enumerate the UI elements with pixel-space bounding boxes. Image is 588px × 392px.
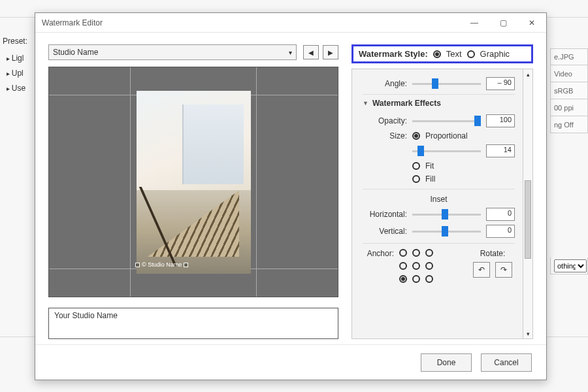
horizontal-value[interactable]: 0 <box>486 208 515 221</box>
size-slider[interactable] <box>412 145 481 157</box>
size-fit-label: Fit <box>425 161 434 171</box>
opacity-value[interactable]: 100 <box>486 114 515 127</box>
dialog-title: Watermark Editor <box>42 18 103 27</box>
watermark-sample[interactable]: © Studio Name <box>135 261 188 268</box>
rotate-right-button[interactable]: ↷ <box>495 262 512 278</box>
style-graphic-radio[interactable] <box>467 50 475 58</box>
example-row: ng Off <box>550 116 588 133</box>
watermark-text-input[interactable]: Your Studio Name <box>48 308 338 339</box>
anchor-cell-3[interactable] <box>399 262 407 270</box>
size-proportional-radio[interactable] <box>412 132 420 140</box>
size-proportional-label: Proportional <box>425 131 468 140</box>
angle-slider[interactable] <box>412 78 481 90</box>
vertical-slider[interactable] <box>412 225 481 237</box>
watermark-handle-icon[interactable] <box>135 263 140 267</box>
size-fill-label: Fill <box>425 174 435 184</box>
effects-header[interactable]: ▼ Watermark Effects <box>363 94 515 110</box>
opacity-label: Opacity: <box>363 116 407 125</box>
style-label: Watermark Style: <box>359 49 428 59</box>
anchor-cell-6[interactable] <box>399 275 407 283</box>
example-row: Video <box>550 65 588 82</box>
example-row: 00 ppi <box>550 99 588 116</box>
style-graphic-label: Graphic <box>480 49 510 59</box>
tree-item[interactable]: Use <box>7 81 25 96</box>
anchor-grid[interactable] <box>399 249 436 286</box>
style-text-radio[interactable] <box>433 50 441 58</box>
vertical-label: Vertical: <box>363 227 407 236</box>
watermark-handle-icon[interactable] <box>184 263 188 267</box>
anchor-cell-8[interactable] <box>425 275 433 283</box>
preset-dropdown[interactable]: Studio Name ▾ <box>48 44 297 60</box>
opacity-slider[interactable] <box>412 115 481 127</box>
preset-dropdown-value: Studio Name <box>53 48 98 57</box>
horizontal-label: Horizontal: <box>363 210 407 219</box>
size-fill-radio[interactable] <box>412 175 420 183</box>
preset-label: Preset: <box>3 37 27 46</box>
anchor-label: Anchor: <box>363 249 394 258</box>
maximize-button[interactable]: ▢ <box>489 13 517 32</box>
scroll-down-icon[interactable]: ▾ <box>523 329 532 338</box>
settings-panel: ▴ ▾ Angle: – 90 ▼ Watermark Effects <box>351 69 533 339</box>
chevron-down-icon: ▾ <box>289 49 292 56</box>
horizontal-slider[interactable] <box>412 208 481 220</box>
preview-canvas[interactable]: © Studio Name <box>48 67 338 297</box>
example-row: e.JPG <box>550 48 588 65</box>
size-fit-radio[interactable] <box>412 162 420 170</box>
watermark-style-group: Watermark Style: Text Graphic <box>351 44 533 63</box>
scroll-thumb[interactable] <box>525 180 531 259</box>
example-row: sRGB <box>550 82 588 99</box>
done-button[interactable]: Done <box>421 353 472 372</box>
right-strip: e.JPG Video sRGB 00 ppi ng Off othing <box>550 48 588 274</box>
vertical-value[interactable]: 0 <box>486 225 515 238</box>
prev-image-button[interactable]: ◀ <box>303 45 319 59</box>
anchor-cell-0[interactable] <box>399 249 407 257</box>
inset-label: Inset <box>363 195 515 204</box>
anchor-cell-1[interactable] <box>412 249 420 257</box>
size-label: Size: <box>363 131 407 140</box>
anchor-cell-7[interactable] <box>412 275 420 283</box>
preset-tree: Ligl Upl Use <box>7 51 25 96</box>
scroll-up-icon[interactable]: ▴ <box>523 69 532 79</box>
cancel-button[interactable]: Cancel <box>481 353 532 372</box>
watermark-editor-dialog: Watermark Editor — ▢ ✕ Studio Name ▾ ◀ ▶ <box>35 12 547 380</box>
watermark-text-value: Your Studio Name <box>54 311 118 320</box>
rotate-label: Rotate: <box>480 249 506 258</box>
postprocess-select[interactable]: othing <box>550 257 588 274</box>
minimize-button[interactable]: — <box>460 13 489 32</box>
anchor-cell-4[interactable] <box>412 262 420 270</box>
angle-value[interactable]: – 90 <box>486 77 515 90</box>
tree-item[interactable]: Ligl <box>7 51 25 66</box>
rotate-left-button[interactable]: ↶ <box>473 262 490 278</box>
next-image-button[interactable]: ▶ <box>323 45 338 59</box>
close-button[interactable]: ✕ <box>517 13 546 32</box>
tree-item[interactable]: Upl <box>7 66 25 81</box>
style-text-label: Text <box>446 49 462 59</box>
scrollbar[interactable]: ▴ ▾ <box>523 69 532 338</box>
preview-photo <box>137 91 251 274</box>
size-value[interactable]: 14 <box>486 144 515 157</box>
triangle-down-icon: ▼ <box>363 100 368 106</box>
anchor-cell-5[interactable] <box>425 262 433 270</box>
titlebar: Watermark Editor — ▢ ✕ <box>35 13 546 33</box>
angle-label: Angle: <box>363 79 407 88</box>
anchor-cell-2[interactable] <box>425 249 433 257</box>
